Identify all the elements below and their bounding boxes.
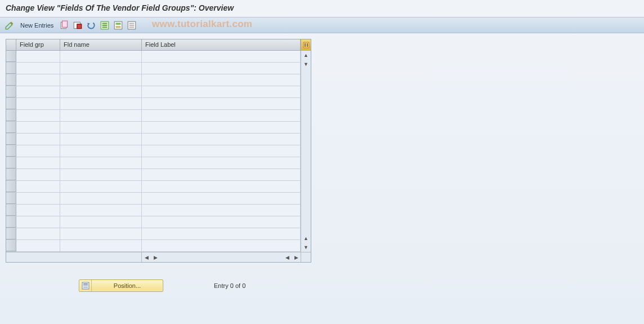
- row-selector[interactable]: [6, 98, 16, 109]
- undo-icon[interactable]: [86, 20, 96, 30]
- row-selector[interactable]: [6, 74, 16, 86]
- position-button[interactable]: Position...: [79, 279, 163, 292]
- table-row[interactable]: [6, 240, 301, 252]
- select-block-icon[interactable]: [113, 20, 123, 30]
- cell-fld-name[interactable]: [60, 240, 142, 251]
- cell-field-label[interactable]: [142, 63, 301, 74]
- cell-fld-name[interactable]: [60, 51, 142, 62]
- change-icon[interactable]: [5, 20, 15, 30]
- row-selector[interactable]: [6, 216, 16, 228]
- cell-field-grp[interactable]: [16, 98, 60, 109]
- scroll-down2-icon[interactable]: ▼: [301, 243, 311, 252]
- scroll-right2-icon[interactable]: ▶: [292, 253, 301, 262]
- cell-field-grp[interactable]: [16, 110, 60, 121]
- cell-field-grp[interactable]: [16, 157, 60, 168]
- row-selector[interactable]: [6, 193, 16, 204]
- vertical-scrollbar[interactable]: ▲ ▼ ▲ ▼: [301, 51, 311, 252]
- cell-fld-name[interactable]: [60, 122, 142, 133]
- table-row[interactable]: [6, 157, 301, 169]
- row-selector[interactable]: [6, 205, 16, 216]
- row-selector[interactable]: [6, 122, 16, 133]
- cell-fld-name[interactable]: [60, 74, 142, 86]
- cell-field-label[interactable]: [142, 122, 301, 133]
- horizontal-scrollbar[interactable]: ◀ ▶ ◀ ▶: [6, 252, 311, 262]
- hscroll-track[interactable]: [160, 252, 283, 262]
- table-row[interactable]: [6, 122, 301, 134]
- table-row[interactable]: [6, 98, 301, 110]
- column-header-field-grp[interactable]: Field grp: [16, 39, 60, 50]
- table-row[interactable]: [6, 134, 301, 145]
- cell-fld-name[interactable]: [60, 86, 142, 97]
- cell-field-label[interactable]: [142, 157, 301, 168]
- cell-field-label[interactable]: [142, 205, 301, 216]
- cell-field-label[interactable]: [142, 145, 301, 157]
- table-row[interactable]: [6, 63, 301, 74]
- cell-field-label[interactable]: [142, 228, 301, 239]
- cell-fld-name[interactable]: [60, 216, 142, 228]
- column-header-field-label[interactable]: Field Label: [142, 39, 301, 50]
- table-row[interactable]: [6, 169, 301, 181]
- cell-fld-name[interactable]: [60, 205, 142, 216]
- table-row[interactable]: [6, 228, 301, 240]
- column-header-fld-name[interactable]: Fld name: [60, 39, 142, 50]
- cell-field-grp[interactable]: [16, 51, 60, 62]
- row-selector[interactable]: [6, 63, 16, 74]
- row-selector[interactable]: [6, 86, 16, 97]
- scroll-left2-icon[interactable]: ◀: [283, 253, 292, 262]
- cell-fld-name[interactable]: [60, 145, 142, 157]
- cell-field-label[interactable]: [142, 169, 301, 180]
- cell-fld-name[interactable]: [60, 181, 142, 192]
- row-selector[interactable]: [6, 134, 16, 145]
- select-all-icon[interactable]: [100, 20, 110, 30]
- cell-field-label[interactable]: [142, 98, 301, 109]
- table-row[interactable]: [6, 86, 301, 98]
- row-selector[interactable]: [6, 51, 16, 62]
- cell-field-label[interactable]: [142, 216, 301, 228]
- scroll-left-icon[interactable]: ◀: [142, 253, 151, 262]
- cell-field-grp[interactable]: [16, 74, 60, 86]
- cell-field-grp[interactable]: [16, 216, 60, 228]
- cell-field-label[interactable]: [142, 110, 301, 121]
- cell-field-grp[interactable]: [16, 240, 60, 251]
- cell-field-label[interactable]: [142, 134, 301, 145]
- row-selector[interactable]: [6, 169, 16, 180]
- scroll-down-icon[interactable]: ▼: [301, 60, 311, 69]
- cell-field-grp[interactable]: [16, 63, 60, 74]
- table-row[interactable]: [6, 110, 301, 122]
- cell-field-label[interactable]: [142, 240, 301, 251]
- cell-fld-name[interactable]: [60, 110, 142, 121]
- cell-fld-name[interactable]: [60, 157, 142, 168]
- cell-fld-name[interactable]: [60, 228, 142, 239]
- table-row[interactable]: [6, 51, 301, 63]
- cell-field-grp[interactable]: [16, 122, 60, 133]
- table-row[interactable]: [6, 145, 301, 157]
- scroll-up-icon[interactable]: ▲: [301, 51, 311, 60]
- table-row[interactable]: [6, 193, 301, 205]
- row-selector[interactable]: [6, 145, 16, 157]
- cell-field-label[interactable]: [142, 74, 301, 86]
- table-row[interactable]: [6, 74, 301, 86]
- row-selector[interactable]: [6, 240, 16, 251]
- cell-fld-name[interactable]: [60, 193, 142, 204]
- table-row[interactable]: [6, 216, 301, 228]
- row-selector[interactable]: [6, 181, 16, 192]
- cell-field-grp[interactable]: [16, 193, 60, 204]
- select-all-column[interactable]: [6, 39, 16, 50]
- cell-fld-name[interactable]: [60, 134, 142, 145]
- cell-field-grp[interactable]: [16, 169, 60, 180]
- cell-field-grp[interactable]: [16, 86, 60, 97]
- table-row[interactable]: [6, 181, 301, 193]
- cell-field-grp[interactable]: [16, 228, 60, 239]
- cell-field-label[interactable]: [142, 181, 301, 192]
- table-settings-icon[interactable]: [301, 39, 311, 50]
- cell-field-grp[interactable]: [16, 205, 60, 216]
- copy-icon[interactable]: [59, 20, 69, 30]
- deselect-all-icon[interactable]: [127, 20, 137, 30]
- delete-icon[interactable]: [73, 20, 83, 30]
- cell-field-grp[interactable]: [16, 145, 60, 157]
- table-row[interactable]: [6, 205, 301, 216]
- cell-field-label[interactable]: [142, 51, 301, 62]
- row-selector[interactable]: [6, 157, 16, 168]
- scroll-up2-icon[interactable]: ▲: [301, 234, 311, 243]
- cell-field-grp[interactable]: [16, 181, 60, 192]
